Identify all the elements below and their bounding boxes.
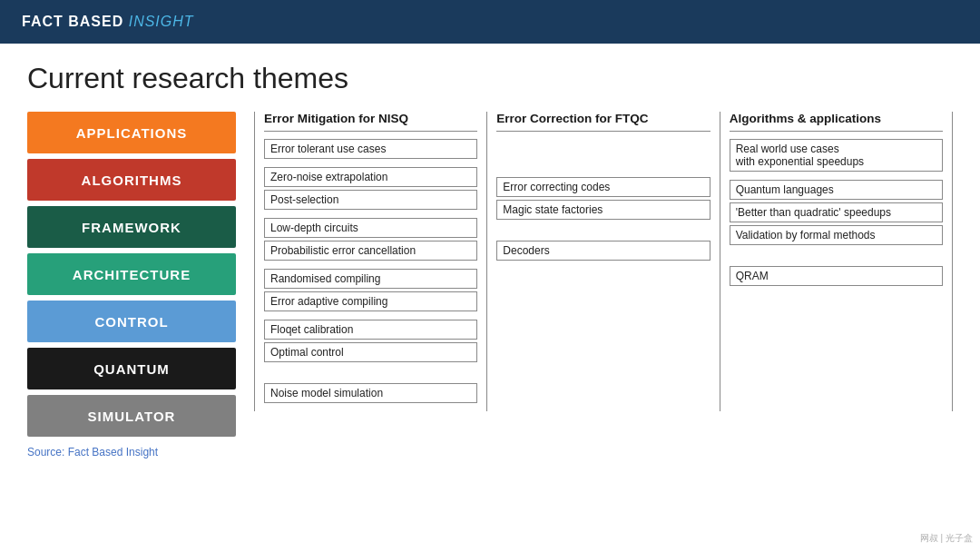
logo: FACT BASED INSIGHT	[22, 14, 194, 30]
theme-item: Error correcting codes	[496, 177, 710, 197]
theme-group: Randomised compilingError adaptive compi…	[264, 269, 477, 314]
theme-spacer	[730, 294, 943, 307]
category-box: QUANTUM	[27, 348, 236, 389]
theme-group: Error correcting codesMagic state factor…	[496, 177, 710, 222]
theme-item: Randomised compiling	[264, 269, 477, 289]
theme-spacer	[496, 152, 710, 164]
theme-group: QRAM	[730, 266, 943, 289]
theme-item: Post-selection	[264, 190, 477, 210]
theme-group: Error tolerant use cases	[264, 139, 477, 162]
theme-item: 'Better than quadratic' speedups	[730, 202, 943, 222]
category-box: ARCHITECTURE	[27, 253, 236, 295]
theme-column-1: Error Correction for FTQCError correctin…	[486, 112, 719, 411]
theme-item: Validation by formal methods	[730, 225, 943, 245]
theme-group: Decoders	[496, 241, 710, 263]
theme-item: Probabilistic error cancellation	[264, 241, 477, 261]
theme-item: Optimal control	[264, 342, 477, 362]
theme-spacer	[264, 370, 477, 383]
theme-item: Noise model simulation	[264, 383, 477, 403]
theme-column-2: Algorithms & applicationsReal world use …	[720, 112, 953, 411]
category-box: FRAMEWORK	[27, 206, 236, 248]
logo-italic: INSIGHT	[129, 14, 194, 29]
theme-header: Algorithms & applications	[730, 112, 943, 132]
theme-item: Real world use caseswith exponential spe…	[730, 139, 943, 172]
themes-area: Error Mitigation for NISQError tolerant …	[254, 112, 953, 411]
theme-spacer	[496, 139, 710, 152]
theme-spacer	[730, 307, 943, 320]
theme-group: Real world use caseswith exponential spe…	[730, 139, 943, 174]
theme-spacer	[496, 164, 710, 177]
theme-item: Zero-noise extrapolation	[264, 167, 477, 187]
category-box: ALGORITHMS	[27, 159, 236, 201]
theme-item: Magic state factories	[496, 200, 710, 220]
theme-items: Real world use caseswith exponential spe…	[730, 139, 943, 332]
theme-spacer	[496, 269, 710, 281]
category-box: APPLICATIONS	[27, 112, 236, 153]
theme-group: Floqet calibrationOptimal control	[264, 320, 477, 365]
theme-group: Quantum languages'Better than quadratic'…	[730, 180, 943, 248]
theme-item: Decoders	[496, 241, 710, 261]
theme-column-0: Error Mitigation for NISQError tolerant …	[254, 112, 486, 411]
categories-column: APPLICATIONSALGORITHMSFRAMEWORKARCHITECT…	[27, 112, 236, 437]
category-box: CONTROL	[27, 301, 236, 342]
theme-header: Error Correction for FTQC	[496, 112, 710, 132]
theme-item: Error tolerant use cases	[264, 139, 477, 159]
theme-item: Error adaptive compiling	[264, 291, 477, 311]
theme-group: Noise model simulation	[264, 383, 477, 406]
theme-header: Error Mitigation for NISQ	[264, 112, 477, 132]
source-text: Source: Fact Based Insight	[27, 446, 953, 458]
theme-item: Low-depth circuits	[264, 218, 477, 238]
theme-items: Error tolerant use casesZero-noise extra…	[264, 139, 477, 411]
watermark: 网叔 | 光子盒	[920, 532, 973, 545]
header: FACT BASED INSIGHT	[0, 0, 980, 44]
logo-bold: FACT BASED	[22, 14, 123, 29]
page-title: Current research themes	[27, 62, 953, 95]
theme-group: Low-depth circuitsProbabilistic error ca…	[264, 218, 477, 263]
theme-spacer	[496, 228, 710, 241]
main-layout: APPLICATIONSALGORITHMSFRAMEWORKARCHITECT…	[27, 112, 953, 437]
theme-items: Error correcting codesMagic state factor…	[496, 139, 710, 281]
theme-spacer	[730, 320, 943, 332]
category-box: SIMULATOR	[27, 395, 236, 437]
page-content: Current research themes APPLICATIONSALGO…	[0, 44, 980, 473]
theme-group: Zero-noise extrapolationPost-selection	[264, 167, 477, 212]
theme-item: Quantum languages	[730, 180, 943, 200]
theme-spacer	[730, 253, 943, 266]
theme-item: QRAM	[730, 266, 943, 286]
theme-item: Floqet calibration	[264, 320, 477, 340]
